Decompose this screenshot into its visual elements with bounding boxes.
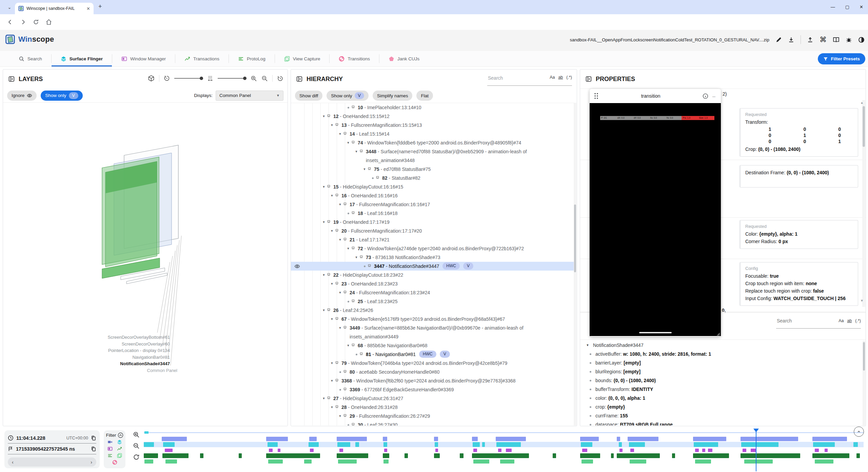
expand-arrow[interactable]: ▼ — [585, 341, 590, 350]
trace-segment[interactable] — [144, 442, 154, 447]
human-time[interactable]: 11:04:14.228 — [16, 435, 45, 441]
trace-segment[interactable] — [630, 459, 646, 464]
download-icon[interactable] — [788, 37, 794, 43]
trace-segment[interactable] — [337, 437, 367, 441]
expand-arrow[interactable]: ▼ — [321, 112, 327, 121]
zoom-out-icon[interactable] — [261, 75, 268, 82]
tree-node[interactable]: ▼67 - WindowToken{e5176f9 type=2019 andr… — [291, 315, 574, 323]
trace-segment[interactable] — [581, 459, 593, 464]
trace-segment[interactable] — [355, 442, 359, 447]
trace-segment[interactable] — [741, 442, 778, 447]
trace-segment[interactable] — [337, 442, 350, 447]
property-item[interactable]: bounds: (0, 0) - (1080, 2400) — [585, 376, 862, 385]
timeline-zoom-in-icon[interactable] — [133, 431, 140, 438]
tab-jank-cujs[interactable]: Jank CUJs — [379, 51, 429, 66]
back-icon[interactable] — [7, 19, 14, 25]
trace-segment[interactable] — [619, 442, 622, 447]
timeline-zoom-out-icon[interactable] — [133, 442, 140, 449]
expand-arrow[interactable]: ▼ — [329, 121, 335, 130]
trace-segment[interactable] — [693, 437, 726, 441]
trace-segment[interactable] — [813, 442, 835, 447]
displays-select[interactable]: Common Panel ▼ — [216, 91, 283, 101]
trace-segment[interactable] — [162, 453, 188, 458]
expand-arrow[interactable]: ▼ — [337, 323, 343, 332]
trace-segment[interactable] — [200, 453, 204, 458]
filter-surface-flinger-icon[interactable] — [117, 439, 122, 445]
expand-arrow[interactable]: ▼ — [337, 130, 343, 138]
tree-node[interactable]: 80 - ace6abb SecondaryHomeHandle0#80 — [291, 368, 574, 376]
property-item[interactable]: activeBuffer: w: 1080, h: 2400, stride: … — [585, 350, 862, 358]
tab-transactions[interactable]: Transactions — [175, 51, 229, 66]
expand-arrow[interactable]: ▼ — [345, 138, 351, 147]
tab-window-manager[interactable]: Window Manager — [112, 51, 175, 66]
rotation-icon[interactable] — [164, 75, 170, 81]
filter-view-capture-icon[interactable] — [117, 453, 122, 458]
tree-node[interactable]: ▼13 - FullscreenMagnification:15:15#13 — [291, 121, 574, 130]
trace-segment[interactable] — [435, 449, 438, 452]
property-item[interactable]: barrierLayer: [empty] — [585, 358, 862, 367]
trace-segment[interactable] — [460, 453, 463, 458]
filter-transitions-icon[interactable] — [112, 460, 117, 465]
trace-segment[interactable] — [506, 449, 512, 452]
home-icon[interactable] — [45, 19, 52, 25]
dark-mode-toggle-icon[interactable] — [858, 37, 865, 43]
tree-node[interactable]: ▼26 - Leaf:24:25#26 — [291, 306, 574, 315]
new-tab-button[interactable]: + — [98, 3, 102, 10]
forward-icon[interactable] — [20, 19, 26, 25]
trace-segment[interactable] — [473, 449, 477, 452]
trace-segment[interactable] — [165, 459, 177, 464]
filter-screen-recording-icon[interactable] — [107, 439, 113, 445]
whole-word-icon[interactable]: ab — [847, 318, 852, 323]
tree-node[interactable]: ▼68 - 885b63e NavigationBar0#68 — [291, 341, 574, 350]
trace-segment[interactable] — [617, 453, 660, 458]
trace-segment[interactable] — [165, 449, 173, 452]
expand-timeline-button[interactable] — [854, 427, 864, 437]
simplify-names-toggle[interactable]: Simplify names — [373, 91, 413, 101]
tree-node[interactable]: ▼28 - OneHanded:26:31#28 — [291, 403, 574, 412]
trace-segment[interactable] — [496, 437, 526, 441]
property-item[interactable]: crop: {empty} — [585, 402, 862, 411]
properties-scrollbar[interactable] — [862, 100, 865, 307]
trace-segment[interactable] — [741, 437, 798, 441]
expand-arrow[interactable]: ▼ — [353, 253, 359, 262]
expand-arrow[interactable]: ▼ — [337, 412, 343, 420]
trace-segment[interactable] — [812, 453, 849, 458]
trace-segment[interactable] — [268, 459, 282, 464]
layer-label[interactable]: NotificationShade#3447 — [3, 360, 170, 367]
expand-arrow[interactable]: ▼ — [345, 244, 351, 253]
trace-segment[interactable] — [266, 453, 320, 458]
docs-book-icon[interactable] — [833, 37, 840, 43]
expand-arrow[interactable]: ▼ — [321, 182, 327, 191]
trace-segment[interactable] — [853, 442, 858, 447]
trace-segment[interactable] — [743, 449, 746, 452]
tree-node[interactable]: ▼27 - HideDisplayCutout:26:31#27 — [291, 394, 574, 403]
minimize-window-icon[interactable]: _ — [711, 92, 717, 100]
properties-list-scrollbar[interactable] — [863, 341, 865, 426]
trace-segment[interactable] — [338, 459, 357, 464]
tree-node[interactable]: ▼22 - HideDisplayCutout:18:23#22 — [291, 271, 574, 279]
tree-node[interactable]: 18 - Leaf:16:16#18 — [291, 209, 574, 218]
regex-icon[interactable]: (.*) — [566, 75, 572, 80]
property-item[interactable]: bufferTransform: IDENTITY — [585, 385, 862, 394]
trace-segment[interactable] — [239, 453, 241, 458]
tree-node[interactable]: ▼73 - 8736138 NotificationShade#73 — [291, 253, 574, 262]
whole-word-icon[interactable]: ab — [558, 75, 563, 80]
tree-node[interactable]: 25 - Leaf:18:23#25 — [291, 297, 574, 306]
browser-tab[interactable]: Winscope | sandbox-FAIL ✕ — [15, 3, 94, 14]
expand-arrow[interactable]: ▼ — [329, 403, 335, 412]
trace-segment[interactable] — [383, 437, 387, 441]
trace-segment[interactable] — [384, 449, 387, 452]
layer-label[interactable]: Common Panel — [3, 367, 177, 374]
trace-segment[interactable] — [694, 442, 718, 447]
layer-label[interactable]: NavigationBar0#81 — [3, 354, 170, 361]
window-minimize-icon[interactable]: — — [831, 1, 835, 13]
tree-node[interactable]: ▼15 - HideDisplayCutout:16:16#15 — [291, 182, 574, 191]
trace-segment[interactable] — [744, 459, 773, 464]
trace-segment[interactable] — [473, 442, 480, 447]
expand-arrow[interactable]: ▼ — [321, 306, 327, 315]
reload-icon[interactable] — [33, 19, 39, 25]
show-diff-toggle[interactable]: Show diff — [295, 91, 322, 101]
tree-node[interactable]: ▼29 - FullscreenMagnification:26:27#29 — [291, 412, 574, 420]
tree-node[interactable]: ▼24 - FullscreenMagnification:18:23#24 — [291, 288, 574, 297]
trace-segment[interactable] — [500, 459, 514, 464]
